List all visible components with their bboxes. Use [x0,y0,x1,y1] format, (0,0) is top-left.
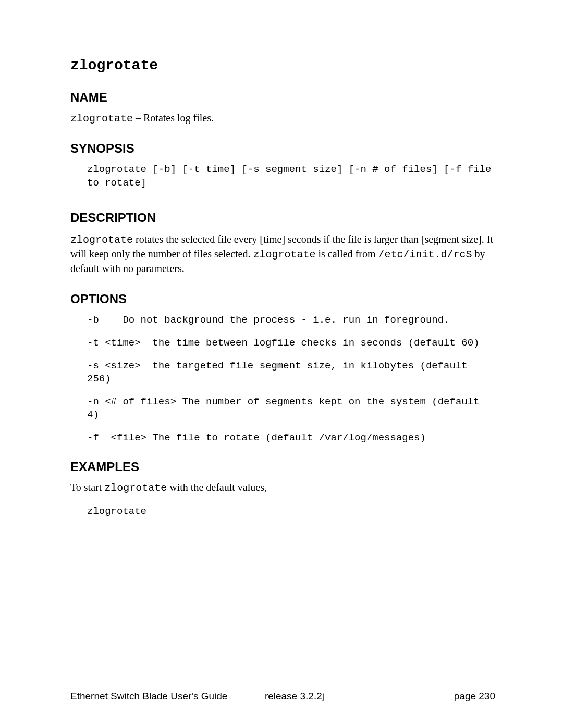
examples-intro: To start zlogrotate with the default val… [70,482,495,494]
option-item: -t <time> the time between logfile check… [87,337,495,350]
section-heading-examples: EXAMPLES [70,460,495,474]
examples-intro-post: with the default values, [167,482,267,493]
desc-path: /etc/init.d/rcS [378,249,472,261]
name-summary: Rotates log files. [143,112,214,124]
command-title: zlogrotate [70,57,495,73]
examples-intro-cmd: zlogrotate [104,482,167,494]
option-item: -n <# of files> The number of segments k… [87,396,495,422]
option-item: -s <size> the targeted file segment size… [87,360,495,386]
desc-cmd2: zlogrotate [253,249,315,261]
description-text: zlogrotate rotates the selected file eve… [70,232,495,275]
section-heading-name: NAME [70,90,495,105]
synopsis-code: zlogrotate [-b] [-t time] [-s segment si… [87,163,495,190]
footer-page: page 230 [454,690,495,702]
page-footer: Ethernet Switch Blade User's Guide relea… [70,685,495,702]
section-heading-options: OPTIONS [70,292,495,306]
option-item: -b Do not background the process - i.e. … [87,314,495,327]
options-block: -b Do not background the process - i.e. … [87,314,495,445]
example-code: zlogrotate [87,505,495,517]
section-heading-description: DESCRIPTION [70,211,495,225]
footer-line: Ethernet Switch Blade User's Guide relea… [70,690,495,702]
desc-mid2: is called from [315,248,378,260]
section-heading-synopsis: SYNOPSIS [70,141,495,156]
footer-release: release 3.2.2j [260,690,454,702]
name-command: zlogrotate [70,113,133,125]
option-item: -f <file> The file to rotate (default /v… [87,431,495,445]
name-line: zlogrotate – Rotates log files. [70,112,495,125]
examples-intro-pre: To start [70,482,104,493]
name-separator: – [133,112,143,124]
desc-cmd1: zlogrotate [70,234,133,246]
footer-rule [70,685,495,685]
footer-doc-title: Ethernet Switch Blade User's Guide [70,690,260,702]
